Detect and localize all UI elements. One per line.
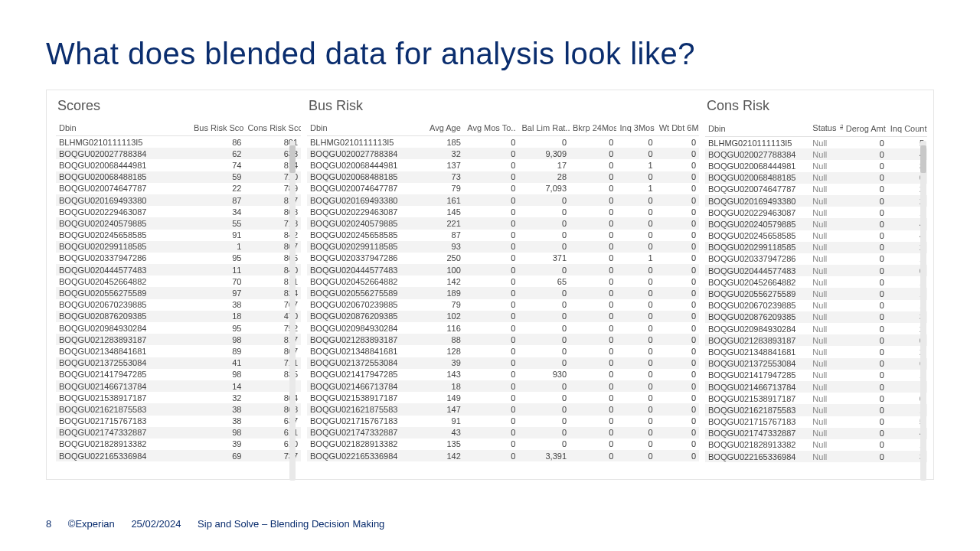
- table-row[interactable]: BLHMG0210111113I586801: [56, 136, 301, 148]
- table-row[interactable]: BOQGU020876209385Null03: [705, 311, 927, 323]
- table-row[interactable]: BOQGU0217157671839100000: [307, 416, 699, 427]
- table-row[interactable]: BOQGU02022946308714500000: [307, 206, 699, 217]
- table-row[interactable]: BOQGU02006848818573028000: [307, 171, 699, 183]
- table-row[interactable]: BOQGU021747332887Null04: [705, 428, 927, 439]
- table-row[interactable]: BOQGU0206702398857900000: [307, 299, 699, 311]
- table-row[interactable]: BOQGU02006844498174814: [56, 159, 301, 171]
- table-row[interactable]: BOQGU02022946308734808: [56, 206, 301, 217]
- col-header[interactable]: Avg Age: [416, 122, 463, 136]
- table-row[interactable]: BOQGU02055627558918900000: [307, 287, 699, 298]
- table-row[interactable]: BOQGU02162187558338808: [56, 403, 301, 415]
- table-row[interactable]: BOQGU02098493028495752: [56, 322, 301, 334]
- scrollbar-thumb[interactable]: [920, 145, 926, 173]
- table-row[interactable]: BOQGU021348841681Null02: [705, 346, 927, 357]
- table-row[interactable]: BLHMG0210111113I5Null05: [705, 137, 927, 149]
- table-row[interactable]: BOQGU02162187558314700000: [307, 403, 699, 415]
- table-row[interactable]: BOQGU02146671378414: [56, 380, 301, 392]
- table-row[interactable]: BOQGU0202991185851807: [56, 241, 301, 253]
- table-row[interactable]: BOQGU02055627558997824: [56, 287, 301, 298]
- table-row[interactable]: BOQGU021417947285Null01: [705, 370, 927, 381]
- table-row[interactable]: BOQGU0202991185859300000: [307, 241, 699, 253]
- table-row[interactable]: BOQGU021538917187Null00: [705, 393, 927, 404]
- table-row[interactable]: BOQGU0217473328874300000: [307, 427, 699, 439]
- col-header[interactable]: Bal Lim Rat..: [518, 122, 570, 136]
- table-row[interactable]: BOQGU02044457748310000000: [307, 264, 699, 276]
- table-row[interactable]: BOQGU02033794728695805: [56, 253, 301, 264]
- table-row[interactable]: BOQGU020240579885Null04: [705, 218, 927, 230]
- table-row[interactable]: BOQGU02087620938518470: [56, 311, 301, 322]
- table-row[interactable]: BOQGU02171576718338637: [56, 416, 301, 427]
- table-row[interactable]: BOQGU02024565858591842: [56, 230, 301, 241]
- table-row[interactable]: BOQGU020229463087Null01: [705, 207, 927, 218]
- table-row[interactable]: BOQGU02134884168189807: [56, 345, 301, 357]
- scrollbar-thumb[interactable]: [289, 145, 296, 173]
- table-row[interactable]: BOQGU02016949338087817: [56, 194, 301, 206]
- table-row[interactable]: BOQGU02128389318798817: [56, 334, 301, 345]
- table-row[interactable]: BOQGU02182891338239610: [56, 439, 301, 450]
- table-row[interactable]: BOQGU02174733288798611: [56, 427, 301, 439]
- table-row[interactable]: BOQGU0200277883843209,309000: [307, 148, 699, 159]
- table-row[interactable]: BOQGU021621875583Null01: [705, 404, 927, 416]
- table-row[interactable]: BOQGU02067023988538767: [56, 299, 301, 311]
- col-header[interactable]: Inq Count: [887, 122, 927, 137]
- col-header[interactable]: Cons Risk Score: [244, 122, 301, 136]
- table-row[interactable]: BOQGU02024057988555718: [56, 217, 301, 229]
- table-row[interactable]: BOQGU020068444981Null03: [705, 160, 927, 171]
- table-row[interactable]: BOQGU020444577483Null00: [705, 265, 927, 276]
- scrollbar[interactable]: [289, 141, 296, 480]
- col-header[interactable]: Inq 3Mos: [616, 122, 655, 136]
- table-row[interactable]: BOQGU022165336984Null03: [705, 451, 927, 462]
- table-row[interactable]: BOQGU021283893187Null00: [705, 334, 927, 346]
- col-header[interactable]: Dbin: [705, 122, 809, 137]
- table-row[interactable]: BOQGU0214179472851430930000: [307, 369, 699, 380]
- table-row[interactable]: BOQGU021828913382Null01: [705, 439, 927, 451]
- table-row[interactable]: BOQGU020068488185Null00: [705, 172, 927, 184]
- table-row[interactable]: BOQGU02182891338213500000: [307, 439, 699, 450]
- table-row[interactable]: BOQGU0202456585858700000: [307, 230, 699, 241]
- table-row[interactable]: BOQGU020068444981137017010: [307, 159, 699, 171]
- table-row[interactable]: BOQGU020299118585Null02: [705, 242, 927, 253]
- col-header[interactable]: Dbin: [56, 122, 191, 136]
- table-row[interactable]: BOQGU020452664882Null01: [705, 276, 927, 288]
- table-row[interactable]: BOQGU0212838931878800000: [307, 334, 699, 345]
- table-row[interactable]: BOQGU02045266488270811: [56, 276, 301, 287]
- table-row[interactable]: BOQGU020169493380Null02: [705, 195, 927, 207]
- col-header[interactable]: Derog Amt: [843, 122, 887, 137]
- table-row[interactable]: BOQGU020670239885Null01: [705, 300, 927, 311]
- table-row[interactable]: BOQGU02006848818559710: [56, 171, 301, 183]
- col-header[interactable]: Avg Mos To..: [464, 122, 519, 136]
- table-row[interactable]: BOQGU02002778838462633: [56, 148, 301, 159]
- table-row[interactable]: BOQGU02024057988522100000: [307, 217, 699, 229]
- table-row[interactable]: BOQGU02216533698469737: [56, 450, 301, 461]
- table-row[interactable]: BOQGU02044457748311840: [56, 264, 301, 276]
- scrollbar[interactable]: [920, 141, 926, 480]
- table-row[interactable]: BOQGU0213725530843900000: [307, 357, 699, 369]
- table-row[interactable]: BOQGU020074647787Null02: [705, 184, 927, 195]
- table-row[interactable]: BOQGU0203379472862500371010: [307, 253, 699, 264]
- table-row[interactable]: BOQGU02016949338016100000: [307, 194, 699, 206]
- table-row[interactable]: BOQGU0200746477877907,093010: [307, 183, 699, 194]
- table-row[interactable]: BOQGU021466713784Null0: [705, 381, 927, 393]
- table-row[interactable]: BOQGU021715767183Null05: [705, 416, 927, 428]
- table-row[interactable]: BOQGU02087620938510200000: [307, 311, 699, 322]
- col-header[interactable]: Wt Dbt 6M..: [656, 122, 699, 136]
- col-header[interactable]: Bkrp 24Mos: [570, 122, 616, 136]
- col-header[interactable]: Status ≞: [809, 122, 843, 137]
- table-row[interactable]: BOQGU020337947286Null01: [705, 253, 927, 265]
- table-row[interactable]: BOQGU02153891718714900000: [307, 392, 699, 403]
- table-row[interactable]: BOQGU020556275589Null01: [705, 288, 927, 299]
- table-row[interactable]: BLHMG0210111113I518500000: [307, 136, 699, 148]
- table-row[interactable]: BOQGU0214667137841800000: [307, 380, 699, 392]
- table-row[interactable]: BOQGU020984930284Null02: [705, 323, 927, 334]
- table-row[interactable]: BOQGU02134884168112800000: [307, 345, 699, 357]
- table-row[interactable]: BOQGU021372553084Null06: [705, 358, 927, 370]
- table-row[interactable]: BOQGU020027788384Null04: [705, 148, 927, 160]
- table-row[interactable]: BOQGU020245658585Null04: [705, 230, 927, 242]
- table-row[interactable]: BOQGU02137255308441711: [56, 357, 301, 369]
- col-header[interactable]: Bus Risk Score: [191, 122, 244, 136]
- col-header[interactable]: Dbin: [307, 122, 416, 136]
- table-row[interactable]: BOQGU02098493028411600000: [307, 322, 699, 334]
- table-row[interactable]: BOQGU02216533698414203,391000: [307, 450, 699, 461]
- table-row[interactable]: BOQGU02141794728598835: [56, 369, 301, 380]
- table-row[interactable]: BOQGU02007464778722789: [56, 183, 301, 194]
